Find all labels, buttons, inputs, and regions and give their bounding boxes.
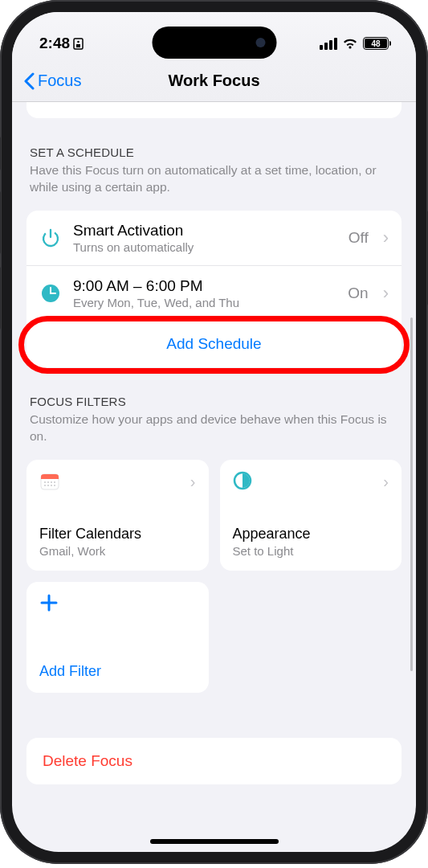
schedule-card: Smart Activation Turns on automatically … [26, 211, 402, 321]
time-schedule-value: On [348, 285, 368, 302]
filter-calendars-sub: Gmail, Work [39, 544, 196, 558]
filter-calendars-title: Filter Calendars [39, 526, 196, 542]
svg-rect-0 [74, 39, 83, 49]
svg-point-13 [54, 481, 55, 483]
chevron-right-icon: › [190, 473, 196, 491]
svg-point-1 [77, 40, 79, 43]
add-schedule-highlight: Add Schedule [26, 321, 402, 367]
content-scroll[interactable]: SET A SCHEDULE Have this Focus turn on a… [12, 102, 416, 852]
battery-level: 48 [365, 39, 387, 48]
appearance-icon [233, 471, 254, 492]
plus-icon [39, 593, 60, 614]
appearance-sub: Set to Light [233, 544, 389, 558]
calendar-icon [39, 471, 60, 492]
svg-point-11 [47, 481, 49, 483]
back-button[interactable]: Focus [23, 72, 81, 90]
chevron-right-icon: › [383, 473, 389, 491]
delete-focus-button[interactable]: Delete Focus [26, 738, 402, 784]
time-schedule-sub: Every Mon, Tue, Wed, and Thu [73, 296, 336, 309]
previous-card-bottom [26, 102, 402, 118]
add-schedule-row[interactable]: Add Schedule [26, 321, 402, 367]
time-schedule-row[interactable]: 9:00 AM – 6:00 PM Every Mon, Tue, Wed, a… [26, 265, 402, 321]
phone-frame: 2:48 48 [0, 0, 428, 864]
filters-section-title: FOCUS FILTERS [30, 395, 398, 408]
status-time: 2:48 [39, 35, 70, 52]
scroll-indicator [410, 317, 413, 671]
chevron-left-icon [23, 72, 35, 90]
volume-down-button [0, 267, 1, 330]
add-schedule-label: Add Schedule [166, 335, 261, 353]
mute-switch [0, 137, 1, 170]
smart-activation-value: Off [349, 229, 369, 247]
svg-point-14 [44, 485, 46, 486]
svg-point-16 [51, 485, 52, 486]
time-schedule-title: 9:00 AM – 6:00 PM [73, 277, 336, 295]
delete-focus-label: Delete Focus [43, 752, 132, 769]
svg-point-15 [47, 485, 49, 486]
filter-calendars-tile[interactable]: › Filter Calendars Gmail, Work [26, 460, 209, 571]
dynamic-island [152, 27, 276, 59]
schedule-section-desc: Have this Focus turn on automatically at… [30, 162, 398, 196]
page-title: Work Focus [168, 72, 259, 90]
smart-activation-title: Smart Activation [73, 222, 337, 240]
filters-section-header: FOCUS FILTERS Customize how your apps an… [12, 367, 416, 450]
navigation-bar: Focus Work Focus [12, 60, 416, 102]
home-indicator[interactable] [150, 839, 279, 844]
appearance-title: Appearance [233, 526, 389, 542]
smart-activation-row[interactable]: Smart Activation Turns on automatically … [26, 211, 402, 265]
add-filter-label: Add Filter [39, 663, 196, 680]
power-icon [39, 227, 62, 249]
smart-activation-sub: Turns on automatically [73, 240, 337, 254]
battery-icon: 48 [363, 37, 389, 50]
volume-up-button [0, 191, 1, 254]
chevron-right-icon: › [383, 283, 389, 304]
portrait-lock-icon [73, 38, 84, 50]
svg-rect-9 [41, 477, 59, 479]
filters-grid: › Filter Calendars Gmail, Work › [26, 460, 402, 693]
filters-section-desc: Customize how your apps and device behav… [30, 411, 398, 445]
add-filter-tile[interactable]: Add Filter [26, 582, 209, 693]
screen: 2:48 48 [12, 12, 416, 852]
schedule-section-title: SET A SCHEDULE [30, 145, 398, 159]
wifi-icon [342, 38, 358, 50]
svg-point-12 [51, 481, 52, 483]
back-label: Focus [38, 72, 81, 90]
appearance-tile[interactable]: › Appearance Set to Light [220, 460, 402, 571]
cellular-signal-icon [320, 38, 337, 50]
chevron-right-icon: › [383, 227, 389, 248]
svg-point-10 [44, 481, 46, 483]
svg-point-17 [54, 485, 55, 486]
clock-icon [39, 282, 62, 305]
schedule-section-header: SET A SCHEDULE Have this Focus turn on a… [12, 118, 416, 201]
